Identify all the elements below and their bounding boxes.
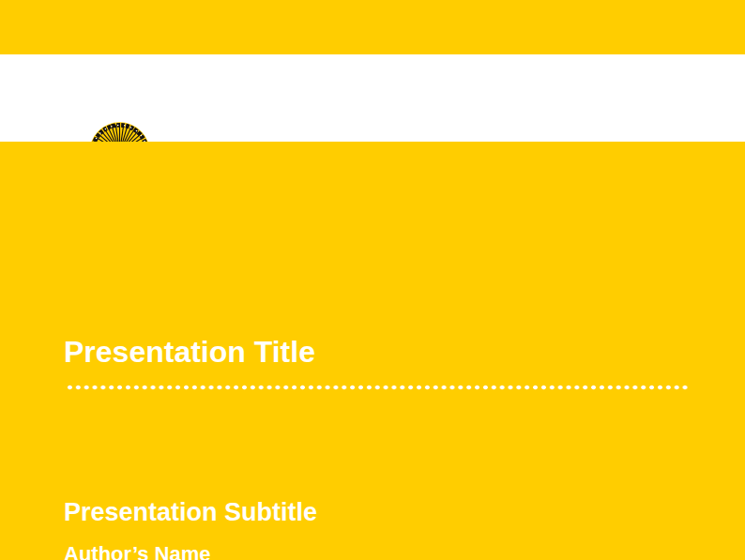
- presentation-title: Presentation Title: [64, 335, 315, 370]
- author-name: Author’s Name: [64, 542, 210, 560]
- presentation-subtitle: Presentation Subtitle: [64, 498, 317, 527]
- slide-body: Presentation Title Presentation Subtitle…: [0, 142, 745, 560]
- top-yellow-band: [0, 0, 745, 54]
- dotted-separator: [64, 383, 688, 392]
- header-band: Utrecht University: [0, 54, 745, 142]
